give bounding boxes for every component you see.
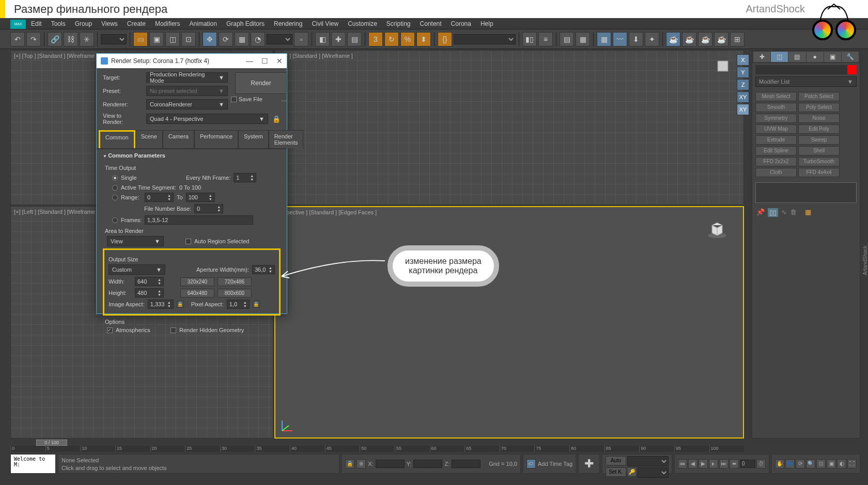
- timetag-icon[interactable]: 🏷: [526, 459, 536, 468]
- viewport-label[interactable]: [+] [Top ] [Standard ] [Wireframe ]: [14, 53, 98, 59]
- menu-group[interactable]: Group: [75, 20, 92, 27]
- outputsize-dropdown[interactable]: Custom▼: [109, 264, 165, 275]
- walk-icon[interactable]: 👣: [785, 459, 795, 468]
- keyfilter-select[interactable]: Selected: [627, 456, 669, 466]
- selset-select[interactable]: Create Selection Set: [454, 34, 516, 44]
- undo-icon[interactable]: ↶: [10, 32, 25, 46]
- area-dropdown[interactable]: View▼: [107, 236, 164, 246]
- frame-input[interactable]: 0: [740, 460, 755, 468]
- window-crossing-icon[interactable]: ⊡: [181, 32, 196, 46]
- layer-icon[interactable]: ▤: [347, 32, 362, 46]
- dialog-titlebar[interactable]: Render Setup: Corona 1.7 (hotfix 4) — ☐ …: [97, 54, 287, 68]
- mirror-icon[interactable]: ▮▯: [522, 32, 537, 46]
- keyboard-icon[interactable]: ✚: [331, 32, 346, 46]
- modifier-list-dropdown[interactable]: Modifier List▼: [755, 76, 857, 87]
- mod-ffd444[interactable]: FFD 4x4x4: [798, 168, 840, 177]
- frames-input[interactable]: [145, 215, 253, 225]
- range-to-spinner[interactable]: 100▲▼: [186, 193, 215, 202]
- mod-meshselect[interactable]: Mesh Select: [755, 92, 797, 101]
- autokey-button[interactable]: Auto: [606, 456, 626, 465]
- hierarchy-tab-icon[interactable]: ▤: [788, 52, 805, 62]
- select-name-icon[interactable]: ▣: [149, 32, 164, 46]
- tab-system[interactable]: System: [238, 130, 269, 148]
- preset-640x480-button[interactable]: 640x480: [180, 289, 214, 298]
- menu-tools[interactable]: Tools: [51, 20, 66, 27]
- viewport-label[interactable]: [+] [Left ] [Standard ] [Wireframe ]: [14, 209, 98, 215]
- abs-icon[interactable]: ⊕: [357, 459, 366, 468]
- menu-create[interactable]: Create: [127, 20, 146, 27]
- pixelaspect-spinner[interactable]: 1,0▲▼: [227, 300, 250, 309]
- menu-edit[interactable]: Edit: [31, 20, 42, 27]
- imageaspect-lock-icon[interactable]: 🔒: [177, 301, 184, 308]
- move-icon[interactable]: ✥: [203, 32, 217, 46]
- layers-icon[interactable]: ▤: [560, 32, 574, 46]
- zoomext-icon[interactable]: ▣: [827, 459, 836, 468]
- mod-polyselect[interactable]: Poly Select: [798, 103, 840, 112]
- render-icon[interactable]: ☕: [698, 32, 712, 46]
- namedselset-icon[interactable]: {}: [438, 32, 452, 46]
- timeline[interactable]: 0 / 100 0510 152025 303540 455055 606570…: [10, 440, 744, 452]
- object-name-input[interactable]: [755, 65, 847, 74]
- tab-common[interactable]: Common: [99, 130, 135, 148]
- configure-icon[interactable]: ▦: [805, 208, 811, 217]
- tab-performance[interactable]: Performance: [194, 130, 238, 148]
- close-icon[interactable]: ✕: [276, 57, 283, 65]
- menu-animation[interactable]: Animation: [190, 20, 217, 27]
- mod-patchselect[interactable]: Patch Select: [798, 92, 840, 101]
- menu-rendering[interactable]: Rendering: [274, 20, 302, 27]
- lock-icon[interactable]: 🔒: [345, 459, 354, 468]
- range-radio[interactable]: [112, 195, 118, 200]
- menu-views[interactable]: Views: [101, 20, 118, 27]
- time-slider[interactable]: 0 / 100: [36, 440, 67, 446]
- range-from-spinner[interactable]: 0▲▼: [145, 193, 174, 202]
- zoom-icon[interactable]: 🔍: [806, 459, 815, 468]
- viewtorender-dropdown[interactable]: Quad 4 - Perspective▼: [146, 114, 268, 124]
- menu-scripting[interactable]: Scripting: [386, 20, 411, 27]
- layers2-icon[interactable]: ▦: [576, 32, 590, 46]
- motion-tab-icon[interactable]: ●: [807, 52, 824, 62]
- curveeditor-icon[interactable]: ▦: [597, 32, 611, 46]
- display-tab-icon[interactable]: ▣: [824, 52, 841, 62]
- mod-editspline[interactable]: Edit Spline: [755, 146, 797, 155]
- placement-icon[interactable]: ◔: [251, 32, 265, 46]
- preset-720x486-button[interactable]: 720x486: [218, 277, 252, 286]
- matlib-icon[interactable]: ✦: [645, 32, 659, 46]
- setkey-button[interactable]: Set K.: [606, 467, 626, 477]
- width-spinner[interactable]: 640▲▼: [135, 277, 164, 286]
- preset-320x240-button[interactable]: 320x240: [180, 277, 214, 286]
- x-input[interactable]: [376, 460, 405, 468]
- tab-camera[interactable]: Camera: [163, 130, 194, 148]
- nextframe-icon[interactable]: ⏵: [709, 459, 718, 468]
- gotoend-icon[interactable]: ⏭: [719, 459, 729, 468]
- play-icon[interactable]: ▶: [699, 459, 708, 468]
- frames-radio[interactable]: [112, 217, 118, 223]
- viewcube-icon[interactable]: [704, 215, 730, 241]
- menu-civilview[interactable]: Civil View: [312, 20, 338, 27]
- coordsys-select[interactable]: View: [267, 34, 292, 44]
- scale-icon[interactable]: ▦: [235, 32, 249, 46]
- atmospherics-checkbox[interactable]: [107, 327, 113, 333]
- mod-turbosmooth[interactable]: TurboSmooth: [798, 157, 840, 166]
- plus-icon[interactable]: ✚: [584, 457, 594, 471]
- zoomall-icon[interactable]: ⊡: [816, 459, 826, 468]
- x-axis-button[interactable]: X: [737, 54, 749, 66]
- xy-axis-button[interactable]: XY: [737, 91, 749, 103]
- fnb-spinner[interactable]: 0▲▼: [194, 204, 223, 213]
- pixelaspect-lock-icon[interactable]: 🔒: [253, 301, 260, 308]
- link-icon[interactable]: 🔗: [48, 32, 62, 46]
- mod-extrude[interactable]: Extrude: [755, 135, 797, 145]
- menu-help[interactable]: Help: [481, 20, 493, 27]
- everynth-spinner[interactable]: 1▲▼: [234, 173, 256, 182]
- menu-grapheditors[interactable]: Graph Editors: [226, 20, 265, 27]
- preset-800x600-button[interactable]: 800x600: [218, 289, 252, 298]
- modify-tab-icon[interactable]: ◫: [771, 52, 788, 62]
- z-input[interactable]: [452, 460, 481, 468]
- spinnersnap-icon[interactable]: ⬍: [416, 32, 431, 46]
- redo-icon[interactable]: ↷: [26, 32, 41, 46]
- mod-cloth[interactable]: Cloth: [755, 168, 797, 177]
- mod-uvwmap[interactable]: UVW Map: [755, 124, 797, 134]
- tab-renderelements[interactable]: Render Elements: [269, 130, 304, 148]
- maxtoggle-icon[interactable]: ⛶: [847, 459, 857, 468]
- pivot-icon[interactable]: ▫: [294, 32, 308, 46]
- menu-content[interactable]: Content: [420, 20, 442, 27]
